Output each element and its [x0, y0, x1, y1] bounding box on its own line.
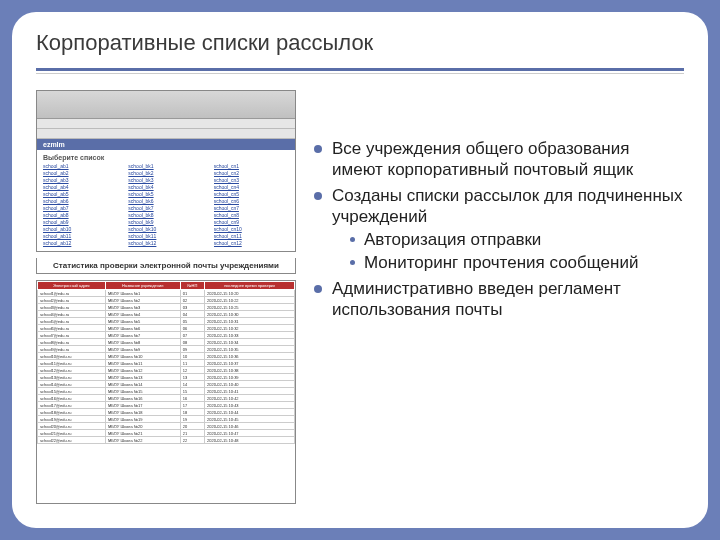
brand-strip: ezmlm	[37, 139, 295, 150]
table-row: school20@edu.ruМБОУ Школа №20202020-02-1…	[38, 423, 295, 430]
table-cell: school8@edu.ru	[38, 339, 106, 346]
table-cell: 2020-02-15 10:20	[205, 290, 295, 297]
bullet-text: Все учреждения общего образования имеют …	[332, 139, 633, 179]
slide-title: Корпоративные списки рассылок	[36, 30, 684, 56]
mailing-list-link[interactable]: school_ab6	[43, 198, 118, 205]
table-cell: МБОУ Школа №13	[105, 374, 180, 381]
mailing-list-link[interactable]: school_ab4	[43, 184, 118, 191]
table-cell: МБОУ Школа №10	[105, 353, 180, 360]
mailing-list-link[interactable]: school_cn9	[214, 219, 289, 226]
table-row: school11@edu.ruМБОУ Школа №11112020-02-1…	[38, 360, 295, 367]
mailing-list-link[interactable]: school_bk2	[128, 170, 203, 177]
table-cell: 13	[180, 374, 204, 381]
table-cell: 2020-02-15 10:38	[205, 367, 295, 374]
table-cell: school4@edu.ru	[38, 311, 106, 318]
mailing-list-link[interactable]: school_ab11	[43, 233, 118, 240]
table-cell: 2020-02-15 10:42	[205, 395, 295, 402]
table-cell: 02	[180, 297, 204, 304]
table-cell: МБОУ Школа №1	[105, 290, 180, 297]
mailing-list-link[interactable]: school_ab12	[43, 240, 118, 247]
table-row: school8@edu.ruМБОУ Школа №8082020-02-15 …	[38, 339, 295, 346]
bullet-list: Все учреждения общего образования имеют …	[314, 138, 684, 320]
table-cell: 2020-02-15 10:37	[205, 360, 295, 367]
table-header: №НП	[180, 282, 204, 290]
table-cell: school3@edu.ru	[38, 304, 106, 311]
table-cell: МБОУ Школа №8	[105, 339, 180, 346]
mailing-list-link[interactable]: school_bk3	[128, 177, 203, 184]
table-cell: 2020-02-15 10:32	[205, 325, 295, 332]
table-cell: 03	[180, 304, 204, 311]
mailing-list-link[interactable]: school_bk6	[128, 198, 203, 205]
browser-titlebar	[37, 91, 295, 119]
table-row: school5@edu.ruМБОУ Школа №5052020-02-15 …	[38, 318, 295, 325]
mailing-list-link[interactable]: school_bk8	[128, 212, 203, 219]
mailing-list-link[interactable]: school_bk12	[128, 240, 203, 247]
mailing-list-link[interactable]: school_cn3	[214, 177, 289, 184]
table-cell: МБОУ Школа №3	[105, 304, 180, 311]
mailing-list-link[interactable]: school_cn12	[214, 240, 289, 247]
mailing-list-link[interactable]: school_ab9	[43, 219, 118, 226]
table-row: school21@edu.ruМБОУ Школа №21212020-02-1…	[38, 430, 295, 437]
table-cell: school14@edu.ru	[38, 381, 106, 388]
table-row: school7@edu.ruМБОУ Школа №7072020-02-15 …	[38, 332, 295, 339]
mailing-list-link[interactable]: school_bk4	[128, 184, 203, 191]
table-cell: 08	[180, 339, 204, 346]
mailing-list-link[interactable]: school_ab1	[43, 163, 118, 170]
mailing-list-link[interactable]: school_cn10	[214, 226, 289, 233]
mailing-list-link[interactable]: school_ab5	[43, 191, 118, 198]
mailing-list-link[interactable]: school_cn1	[214, 163, 289, 170]
mailing-list-link[interactable]: school_bk11	[128, 233, 203, 240]
mailing-list-link[interactable]: school_cn4	[214, 184, 289, 191]
table-cell: МБОУ Школа №12	[105, 367, 180, 374]
table-cell: 12	[180, 367, 204, 374]
table-cell: 2020-02-15 10:40	[205, 381, 295, 388]
left-column: ezmlm Выберите список school_ab1school_a…	[36, 90, 296, 504]
table-cell: 2020-02-15 10:46	[205, 423, 295, 430]
mailing-list-link[interactable]: school_ab7	[43, 205, 118, 212]
table-cell: school16@edu.ru	[38, 395, 106, 402]
mailing-list-link[interactable]: school_cn7	[214, 205, 289, 212]
table-row: school3@edu.ruМБОУ Школа №3032020-02-15 …	[38, 304, 295, 311]
table-cell: 18	[180, 409, 204, 416]
table-cell: school22@edu.ru	[38, 437, 106, 444]
mailing-list-link[interactable]: school_cn8	[214, 212, 289, 219]
table-row: school2@edu.ruМБОУ Школа №2022020-02-15 …	[38, 297, 295, 304]
table-cell: school15@edu.ru	[38, 388, 106, 395]
mailing-list-link[interactable]: school_cn5	[214, 191, 289, 198]
mailing-list-link[interactable]: school_bk9	[128, 219, 203, 226]
table-row: school9@edu.ruМБОУ Школа №9092020-02-15 …	[38, 346, 295, 353]
table-cell: 2020-02-15 10:25	[205, 304, 295, 311]
mailing-list-link[interactable]: school_ab8	[43, 212, 118, 219]
mailing-list-link[interactable]: school_cn11	[214, 233, 289, 240]
sub-bullet-item: Авторизация отправки	[332, 229, 684, 250]
table-cell: school21@edu.ru	[38, 430, 106, 437]
pick-list-panel: Выберите список school_ab1school_ab2scho…	[37, 150, 295, 251]
mailing-list-link[interactable]: school_cn6	[214, 198, 289, 205]
mailing-list-link[interactable]: school_bk10	[128, 226, 203, 233]
mailing-list-link[interactable]: school_bk7	[128, 205, 203, 212]
browser-screenshot: ezmlm Выберите список school_ab1school_a…	[36, 90, 296, 252]
table-cell: 2020-02-15 10:43	[205, 402, 295, 409]
table-cell: 11	[180, 360, 204, 367]
browser-addressbar	[37, 129, 295, 139]
mailing-list-link[interactable]: school_cn2	[214, 170, 289, 177]
table-cell: 2020-02-15 10:30	[205, 311, 295, 318]
bullet-item: Созданы списки рассылок для подчиненных …	[314, 185, 684, 274]
table-cell: МБОУ Школа №6	[105, 325, 180, 332]
table-cell: 19	[180, 416, 204, 423]
mailing-list-link[interactable]: school_bk1	[128, 163, 203, 170]
sub-bullet-item: Мониторинг прочтения сообщений	[332, 252, 684, 273]
table-cell: school10@edu.ru	[38, 353, 106, 360]
table-cell: 2020-02-15 10:36	[205, 353, 295, 360]
table-row: school14@edu.ruМБОУ Школа №14142020-02-1…	[38, 381, 295, 388]
mailing-list-link[interactable]: school_ab2	[43, 170, 118, 177]
mailing-list-link[interactable]: school_bk5	[128, 191, 203, 198]
pick-list-title: Выберите список	[43, 154, 289, 161]
mailing-list-link[interactable]: school_ab3	[43, 177, 118, 184]
mailing-list-link[interactable]: school_ab10	[43, 226, 118, 233]
sub-bullet-list: Авторизация отправкиМониторинг прочтения…	[332, 229, 684, 274]
table-row: school16@edu.ruМБОУ Школа №16162020-02-1…	[38, 395, 295, 402]
table-cell: МБОУ Школа №19	[105, 416, 180, 423]
link-columns: school_ab1school_ab2school_ab3school_ab4…	[43, 163, 289, 247]
table-cell: МБОУ Школа №4	[105, 311, 180, 318]
